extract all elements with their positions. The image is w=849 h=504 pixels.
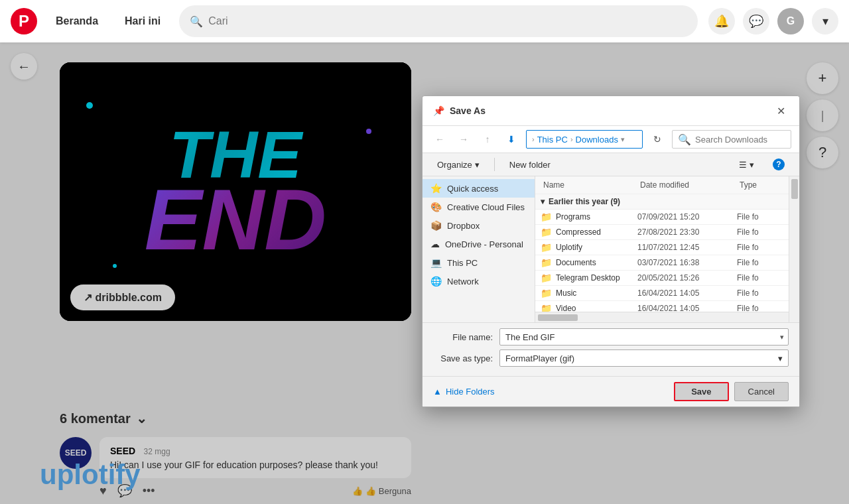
file-date-video: 16/04/2021 14:05 [637, 304, 737, 312]
address-bar: ← → ↑ ⬇ › This PC › Downloads ▾ ↻ 🔍 [423, 126, 799, 153]
sidebar-dropbox-label: Dropbox [447, 221, 480, 231]
sidebar-quick-access-label: Quick access [447, 184, 498, 194]
filename-label: File name: [433, 332, 499, 342]
file-type-documents: File fo [737, 258, 783, 267]
file-type-programs: File fo [737, 212, 783, 221]
nav-home[interactable]: Beranda [48, 10, 106, 32]
sidebar-network-label: Network [447, 277, 479, 286]
vertical-scrollbar[interactable] [789, 176, 799, 322]
messages-button[interactable]: 💬 [743, 8, 769, 34]
view-button[interactable]: ☰ ▾ [732, 157, 761, 172]
sidebar-item-dropbox[interactable]: 📦 Dropbox [423, 216, 535, 235]
vscroll-thumb[interactable] [791, 179, 798, 199]
address-path[interactable]: › This PC › Downloads ▾ [526, 130, 643, 149]
folder-icon: 📁 [541, 257, 552, 268]
star-icon: ⭐ [430, 183, 442, 194]
folder-icon: 📁 [541, 303, 552, 312]
refresh-button[interactable]: ↻ [648, 130, 667, 149]
new-folder-label: New folder [509, 160, 551, 170]
filename-dropdown-arrow[interactable]: ▾ [776, 333, 788, 342]
hide-folders-button[interactable]: ▲ Hide Folders [433, 387, 495, 397]
sidebar-item-this-pc[interactable]: 💻 This PC [423, 253, 535, 272]
file-name-video: Video [556, 304, 637, 312]
search-input[interactable] [208, 15, 687, 27]
file-date-music: 16/04/2021 14:05 [637, 288, 737, 298]
file-name-telegram: Telegram Desktop [556, 273, 637, 283]
file-list-container: Name Date modified Type ▾ Earlier this y… [535, 176, 789, 322]
file-date-uplotify: 11/07/2021 12:45 [637, 243, 737, 252]
filename-input-container[interactable]: ▾ [499, 328, 789, 346]
file-date-telegram: 20/05/2021 15:26 [637, 273, 737, 283]
dialog-title-text: Save As [450, 105, 486, 116]
hscroll-thumb[interactable] [538, 314, 578, 321]
savetype-dropdown[interactable]: FormatPlayer (gif) ▾ [499, 349, 789, 367]
table-row[interactable]: 📁 Telegram Desktop 20/05/2021 15:26 File… [535, 271, 789, 286]
notifications-button[interactable]: 🔔 [708, 8, 735, 34]
save-button[interactable]: Save [674, 382, 728, 401]
group-header-earlier: ▾ Earlier this year (9) [535, 194, 789, 210]
path-child[interactable]: Downloads [576, 135, 618, 145]
folder-icon: 📁 [541, 227, 552, 237]
filename-input[interactable] [500, 329, 776, 345]
sidebar-item-quick-access[interactable]: ⭐ Quick access [423, 179, 535, 198]
path-root[interactable]: This PC [537, 135, 568, 145]
organize-label: Organize [437, 160, 472, 170]
file-name-programs: Programs [556, 212, 637, 221]
dialog-title: 📌 Save As [433, 105, 486, 116]
new-folder-button[interactable]: New folder [503, 157, 557, 172]
dialog-close-button[interactable]: ✕ [773, 103, 789, 119]
up-nav-button[interactable]: ↑ [478, 130, 497, 149]
download-nav-button[interactable]: ⬇ [502, 130, 521, 149]
search-downloads-box[interactable]: 🔍 [672, 130, 791, 149]
cancel-button[interactable]: Cancel [734, 382, 789, 401]
table-row[interactable]: 📁 Music 16/04/2021 14:05 File fo [535, 286, 789, 301]
file-type-video: File fo [737, 304, 783, 312]
dropbox-icon: 📦 [430, 220, 442, 231]
path-dropdown-arrow[interactable]: ▾ [621, 135, 625, 144]
folder-icon: 📁 [541, 212, 552, 222]
savetype-value: FormatPlayer (gif) [505, 353, 574, 363]
folder-icon: 📁 [541, 273, 552, 283]
group-collapse-icon[interactable]: ▾ [541, 197, 545, 206]
forward-nav-button[interactable]: → [454, 130, 473, 149]
sidebar-creative-cloud-label: Creative Cloud Files [447, 202, 525, 212]
savetype-arrow-icon: ▾ [778, 353, 783, 363]
nav-today[interactable]: Hari ini [117, 10, 168, 32]
table-row[interactable]: 📁 Programs 07/09/2021 15:20 File fo [535, 210, 789, 225]
pinterest-logo[interactable]: P [11, 8, 37, 34]
view-icon: ☰ [739, 160, 747, 170]
search-bar[interactable]: 🔍 [179, 5, 698, 37]
file-name-documents: Documents [556, 258, 637, 267]
file-name-compressed: Compressed [556, 227, 637, 237]
back-nav-button[interactable]: ← [430, 130, 449, 149]
table-row[interactable]: 📁 Compressed 27/08/2021 23:30 File fo [535, 225, 789, 240]
col-name-header[interactable]: Name [541, 179, 637, 191]
file-name-music: Music [556, 288, 637, 298]
horizontal-scrollbar[interactable] [535, 312, 789, 322]
sidebar-item-creative-cloud[interactable]: 🎨 Creative Cloud Files [423, 198, 535, 216]
user-avatar[interactable]: G [777, 8, 804, 34]
file-date-programs: 07/09/2021 15:20 [637, 212, 737, 221]
col-date-header[interactable]: Date modified [637, 179, 737, 191]
chevron-down-icon[interactable]: ▾ [812, 8, 838, 34]
hide-folders-icon: ▲ [433, 387, 442, 397]
search-downloads-input[interactable] [695, 135, 785, 145]
col-type-header[interactable]: Type [737, 179, 783, 191]
sidebar-item-network[interactable]: 🌐 Network [423, 272, 535, 290]
hide-folders-label: Hide Folders [446, 387, 495, 397]
header: P Beranda Hari ini 🔍 🔔 💬 G ▾ [0, 0, 849, 42]
table-row[interactable]: 📁 Video 16/04/2021 14:05 File fo [535, 301, 789, 312]
creative-cloud-icon: 🎨 [430, 202, 442, 212]
table-row[interactable]: 📁 Documents 03/07/2021 16:38 File fo [535, 255, 789, 271]
file-name-uplotify: Uplotify [556, 243, 637, 252]
organize-button[interactable]: Organize ▾ [430, 157, 486, 172]
help-dialog-button[interactable]: ? [766, 156, 791, 173]
dialog-titlebar: 📌 Save As ✕ [423, 96, 799, 126]
table-row[interactable]: 📁 Uplotify 11/07/2021 12:45 File fo [535, 240, 789, 255]
onedrive-icon: ☁ [430, 239, 440, 249]
header-right: 🔔 💬 G ▾ [708, 8, 838, 34]
sidebar-item-onedrive[interactable]: ☁ OneDrive - Personal [423, 235, 535, 253]
sidebar-this-pc-label: This PC [447, 258, 478, 268]
this-pc-icon: 💻 [430, 257, 442, 268]
path-separator-2: › [570, 135, 573, 143]
